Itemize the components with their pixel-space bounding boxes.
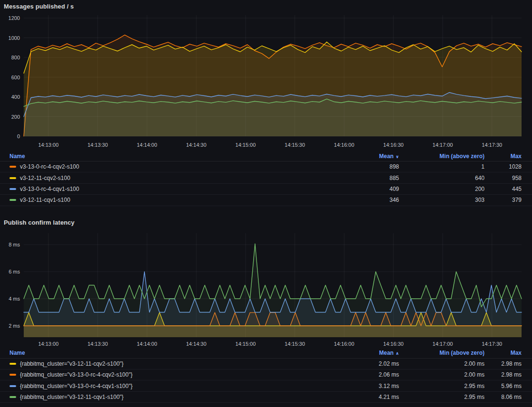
legend-col-name[interactable]: Name (10, 350, 337, 356)
y-axis-tick-label: 8 ms (9, 242, 20, 247)
legend-header-row: NameMean∨Min (above zero)Max (0, 151, 532, 161)
y-axis-tick-label: 0 (17, 133, 20, 139)
legend-mean-value: 2.06 ms (337, 371, 399, 378)
legend-col-min-above-zero[interactable]: Min (above zero) (399, 350, 484, 356)
legend-max-value: 5.96 ms (484, 383, 522, 389)
x-axis-tick-label: 14:15:00 (236, 142, 256, 148)
legend-min-value: 1 (399, 163, 484, 170)
series-color-swatch (10, 188, 16, 190)
legend-mean-value: 409 (337, 186, 399, 192)
series-color-swatch (10, 374, 16, 376)
y-axis-tick-label: 2 ms (9, 323, 20, 329)
legend-series-name-cell: v3-12-11-cqv1-s100 (10, 197, 337, 203)
legend-col-max[interactable]: Max (484, 350, 522, 356)
messages-published-chart[interactable]: 02004006008001000120014:13:0014:13:3014:… (0, 13, 532, 151)
series-color-swatch (10, 385, 16, 387)
x-axis-tick-label: 14:14:00 (137, 142, 157, 148)
y-axis-tick-label: 1200 (9, 15, 20, 21)
legend-series-name[interactable]: v3-12-11-cqv2-s100 (20, 175, 70, 181)
legend-row: v3-12-11-cqv2-s100885640958 (0, 172, 532, 183)
legend-col-min-above-zero[interactable]: Min (above zero) (399, 153, 484, 160)
x-axis-tick-label: 14:15:30 (285, 142, 305, 148)
legend-max-value: 2.98 ms (484, 371, 522, 378)
legend-series-name[interactable]: v3-12-11-cqv1-s100 (20, 197, 70, 203)
chevron-down-icon: ∨ (396, 154, 399, 159)
legend-col-mean-label: Mean (379, 350, 394, 356)
x-axis-tick-label: 14:16:30 (383, 142, 404, 148)
series-color-swatch (10, 199, 16, 201)
legend-mean-value: 346 (337, 197, 399, 203)
x-axis-tick-label: 14:15:30 (285, 341, 305, 347)
publish-confirm-latency-chart[interactable]: 2 ms4 ms6 ms8 ms14:13:0014:13:3014:14:00… (0, 229, 532, 348)
x-axis-tick-label: 14:13:30 (87, 341, 108, 347)
y-axis-tick-label: 1000 (9, 35, 20, 41)
legend-row: {rabbitmq_cluster="v3-12-11-cqv1-s100"}4… (0, 392, 532, 403)
messages-published-legend: NameMean∨Min (above zero)Maxv3-13-0-rc-4… (0, 151, 532, 206)
x-axis-tick-label: 14:14:30 (186, 341, 207, 347)
legend-mean-value: 885 (337, 175, 399, 181)
series-color-swatch (10, 396, 16, 398)
legend-col-name[interactable]: Name (10, 153, 337, 160)
legend-min-value: 2.00 ms (399, 360, 484, 367)
x-axis-tick-label: 14:17:30 (482, 142, 502, 148)
legend-series-name-cell: v3-13-0-rc-4-cqv1-s100 (10, 186, 337, 192)
x-axis-tick-label: 14:16:00 (334, 142, 354, 148)
legend-min-value: 2.95 ms (399, 383, 484, 389)
panel-publish-confirm-latency: Publish confirm latency 2 ms4 ms6 ms8 ms… (0, 216, 532, 403)
y-axis-tick-label: 800 (11, 55, 20, 60)
legend-header-row: NameMean∧Min (above zero)Max (0, 348, 532, 359)
publish-confirm-latency-legend: NameMean∧Min (above zero)Max{rabbitmq_cl… (0, 348, 532, 403)
series-color-swatch (10, 363, 16, 365)
x-axis-tick-label: 14:13:30 (87, 142, 108, 148)
x-axis-tick-label: 14:16:30 (383, 341, 404, 347)
legend-min-value: 2.00 ms (399, 371, 484, 378)
x-axis-tick-label: 14:17:30 (482, 341, 502, 347)
legend-series-name[interactable]: v3-13-0-rc-4-cqv1-s100 (20, 186, 79, 192)
chevron-up-icon: ∧ (396, 351, 399, 356)
series-color-swatch (10, 177, 16, 179)
panel-title: Messages published / s (4, 3, 528, 10)
legend-col-max[interactable]: Max (484, 153, 522, 160)
legend-min-value: 200 (399, 186, 484, 192)
legend-series-name-cell: v3-13-0-rc-4-cqv2-s100 (10, 163, 337, 170)
legend-mean-value: 3.12 ms (337, 383, 399, 389)
legend-col-mean[interactable]: Mean∨ (337, 153, 399, 160)
panel-header: Publish confirm latency (0, 216, 532, 229)
legend-series-name[interactable]: v3-13-0-rc-4-cqv2-s100 (20, 163, 79, 170)
legend-mean-value: 4.21 ms (337, 394, 399, 400)
legend-max-value: 445 (484, 186, 522, 192)
legend-row: v3-13-0-rc-4-cqv1-s100409200445 (0, 184, 532, 195)
legend-min-value: 303 (399, 197, 484, 203)
legend-col-mean[interactable]: Mean∧ (337, 350, 399, 356)
x-axis-tick-label: 14:13:00 (38, 341, 58, 347)
legend-max-value: 958 (484, 175, 522, 181)
legend-min-value: 640 (399, 175, 484, 181)
legend-row: {rabbitmq_cluster="v3-12-11-cqv2-s100"}2… (0, 359, 532, 369)
x-axis-tick-label: 14:17:00 (433, 341, 453, 347)
legend-series-name-cell: {rabbitmq_cluster="v3-12-11-cqv1-s100"} (10, 394, 337, 400)
y-axis-tick-label: 200 (11, 114, 20, 120)
panel-title: Publish confirm latency (4, 219, 528, 226)
x-axis-tick-label: 14:14:30 (186, 142, 207, 148)
legend-series-name[interactable]: {rabbitmq_cluster="v3-12-11-cqv1-s100"} (20, 394, 124, 400)
series-fill (24, 244, 522, 337)
legend-row: v3-13-0-rc-4-cqv2-s10089811028 (0, 161, 532, 172)
legend-row: v3-12-11-cqv1-s100346303379 (0, 195, 532, 206)
legend-mean-value: 898 (337, 163, 399, 170)
legend-series-name[interactable]: {rabbitmq_cluster="v3-13-0-rc-4-cqv1-s10… (20, 383, 133, 389)
legend-row: {rabbitmq_cluster="v3-13-0-rc-4-cqv2-s10… (0, 369, 532, 380)
x-axis-tick-label: 14:15:00 (236, 341, 256, 347)
x-axis-tick-label: 14:13:00 (38, 142, 58, 148)
legend-max-value: 8.06 ms (484, 394, 522, 400)
legend-min-value: 2.95 ms (399, 394, 484, 400)
legend-max-value: 2.98 ms (484, 360, 522, 367)
legend-series-name[interactable]: {rabbitmq_cluster="v3-13-0-rc-4-cqv2-s10… (20, 371, 133, 378)
legend-series-name-cell: {rabbitmq_cluster="v3-13-0-rc-4-cqv1-s10… (10, 383, 337, 389)
y-axis-tick-label: 400 (11, 94, 20, 100)
legend-series-name-cell: {rabbitmq_cluster="v3-13-0-rc-4-cqv2-s10… (10, 371, 337, 378)
legend-series-name[interactable]: {rabbitmq_cluster="v3-12-11-cqv2-s100"} (20, 360, 124, 367)
y-axis-tick-label: 6 ms (9, 269, 20, 274)
series-color-swatch (10, 166, 16, 168)
x-axis-tick-label: 14:16:00 (334, 341, 354, 347)
panel-gap (0, 206, 532, 216)
